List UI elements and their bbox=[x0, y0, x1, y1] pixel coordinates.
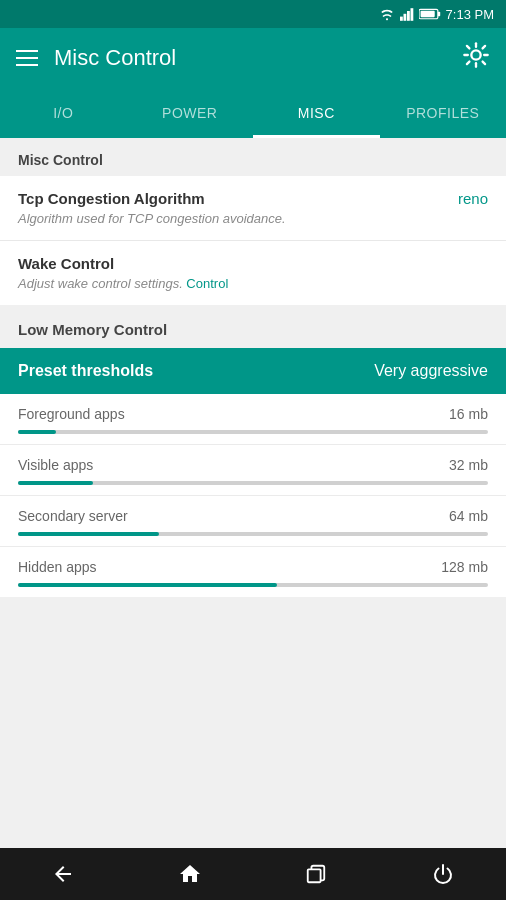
secondary-server-item: Secondary server 64 mb bbox=[0, 496, 506, 547]
low-memory-header: Low Memory Control bbox=[0, 305, 506, 348]
wake-control-link[interactable]: Control bbox=[186, 276, 228, 291]
power-button[interactable] bbox=[421, 852, 465, 896]
main-content: Misc Control Tcp Congestion Algorithm re… bbox=[0, 138, 506, 848]
svg-rect-6 bbox=[420, 11, 434, 17]
tab-io[interactable]: I/O bbox=[0, 88, 127, 138]
secondary-server-slider[interactable] bbox=[18, 532, 488, 536]
svg-line-12 bbox=[467, 45, 469, 47]
misc-settings-card: Tcp Congestion Algorithm reno Algorithm … bbox=[0, 176, 506, 305]
wifi-icon bbox=[379, 8, 395, 21]
wake-control-setting: Wake Control Adjust wake control setting… bbox=[0, 241, 506, 305]
visible-apps-fill bbox=[18, 481, 93, 485]
secondary-server-label: Secondary server bbox=[18, 508, 128, 524]
foreground-apps-value: 16 mb bbox=[449, 406, 488, 422]
foreground-apps-slider[interactable] bbox=[18, 430, 488, 434]
svg-rect-16 bbox=[308, 869, 321, 882]
back-button[interactable] bbox=[41, 852, 85, 896]
foreground-apps-fill bbox=[18, 430, 56, 434]
svg-rect-1 bbox=[403, 13, 406, 20]
visible-apps-slider[interactable] bbox=[18, 481, 488, 485]
hidden-apps-fill bbox=[18, 583, 277, 587]
secondary-server-value: 64 mb bbox=[449, 508, 488, 524]
svg-line-14 bbox=[483, 45, 485, 47]
app-bar-left: Misc Control bbox=[16, 45, 176, 71]
foreground-apps-label: Foreground apps bbox=[18, 406, 125, 422]
app-bar: Misc Control bbox=[0, 28, 506, 88]
tab-power[interactable]: Power bbox=[127, 88, 254, 138]
svg-rect-3 bbox=[410, 8, 413, 21]
tcp-title: Tcp Congestion Algorithm bbox=[18, 190, 205, 207]
tab-misc[interactable]: Misc bbox=[253, 88, 380, 138]
tcp-value[interactable]: reno bbox=[458, 190, 488, 207]
svg-line-15 bbox=[467, 61, 469, 63]
secondary-server-fill bbox=[18, 532, 159, 536]
signal-icon bbox=[400, 8, 414, 21]
hamburger-menu-icon[interactable] bbox=[16, 50, 38, 66]
visible-apps-item: Visible apps 32 mb bbox=[0, 445, 506, 496]
svg-rect-5 bbox=[437, 12, 439, 17]
wake-desc: Adjust wake control settings. Control bbox=[18, 276, 488, 291]
misc-control-header: Misc Control bbox=[0, 138, 506, 176]
status-icons: 7:13 PM bbox=[379, 7, 494, 22]
tab-bar: I/O Power Misc Profiles bbox=[0, 88, 506, 138]
tcp-desc: Algorithm used for TCP congestion avoida… bbox=[18, 211, 488, 226]
wake-title: Wake Control bbox=[18, 255, 114, 272]
preset-label: Preset thresholds bbox=[18, 362, 153, 380]
status-time: 7:13 PM bbox=[446, 7, 494, 22]
tcp-title-row: Tcp Congestion Algorithm reno bbox=[18, 190, 488, 207]
memory-items-list: Foreground apps 16 mb Visible apps 32 mb… bbox=[0, 394, 506, 597]
tcp-congestion-setting: Tcp Congestion Algorithm reno Algorithm … bbox=[0, 176, 506, 241]
hidden-apps-value: 128 mb bbox=[441, 559, 488, 575]
tab-profiles[interactable]: Profiles bbox=[380, 88, 507, 138]
brightness-icon[interactable] bbox=[462, 41, 490, 76]
foreground-apps-item: Foreground apps 16 mb bbox=[0, 394, 506, 445]
preset-thresholds-bar[interactable]: Preset thresholds Very aggressive bbox=[0, 348, 506, 394]
recents-button[interactable] bbox=[294, 852, 338, 896]
svg-rect-2 bbox=[407, 11, 410, 21]
svg-rect-0 bbox=[400, 16, 403, 20]
visible-apps-label: Visible apps bbox=[18, 457, 93, 473]
hidden-apps-slider[interactable] bbox=[18, 583, 488, 587]
bottom-navigation-bar bbox=[0, 848, 506, 900]
visible-apps-value: 32 mb bbox=[449, 457, 488, 473]
app-title: Misc Control bbox=[54, 45, 176, 71]
svg-line-13 bbox=[483, 61, 485, 63]
hidden-apps-item: Hidden apps 128 mb bbox=[0, 547, 506, 597]
svg-point-7 bbox=[471, 50, 480, 59]
status-bar: 7:13 PM bbox=[0, 0, 506, 28]
battery-icon bbox=[419, 8, 441, 20]
hidden-apps-label: Hidden apps bbox=[18, 559, 97, 575]
preset-value: Very aggressive bbox=[374, 362, 488, 380]
wake-title-row: Wake Control bbox=[18, 255, 488, 272]
home-button[interactable] bbox=[168, 852, 212, 896]
